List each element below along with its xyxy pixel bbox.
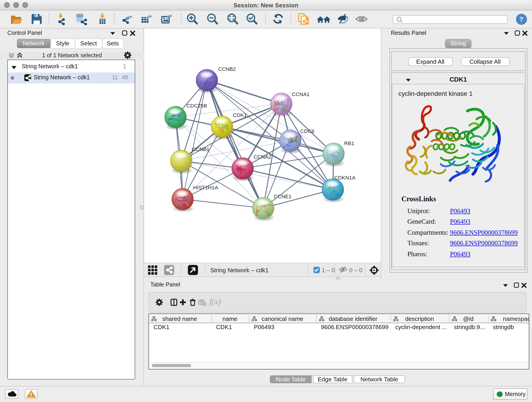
- svg-text:RB1: RB1: [344, 140, 354, 146]
- svg-text:CDC25B: CDC25B: [186, 102, 207, 108]
- svg-text:CCNE1: CCNE1: [274, 193, 291, 199]
- svg-text:CCNA1: CCNA1: [292, 91, 310, 97]
- svg-text:CDK1: CDK1: [233, 112, 247, 118]
- svg-text:CCNB1: CCNB1: [192, 146, 209, 152]
- svg-text:CDKN1A: CDKN1A: [334, 174, 355, 180]
- svg-text:HIST1H1A: HIST1H1A: [193, 184, 218, 190]
- svg-text:CCNB2: CCNB2: [218, 66, 236, 72]
- svg-text:CDC6: CDC6: [300, 128, 314, 134]
- svg-text:CCNA2: CCNA2: [254, 153, 271, 160]
